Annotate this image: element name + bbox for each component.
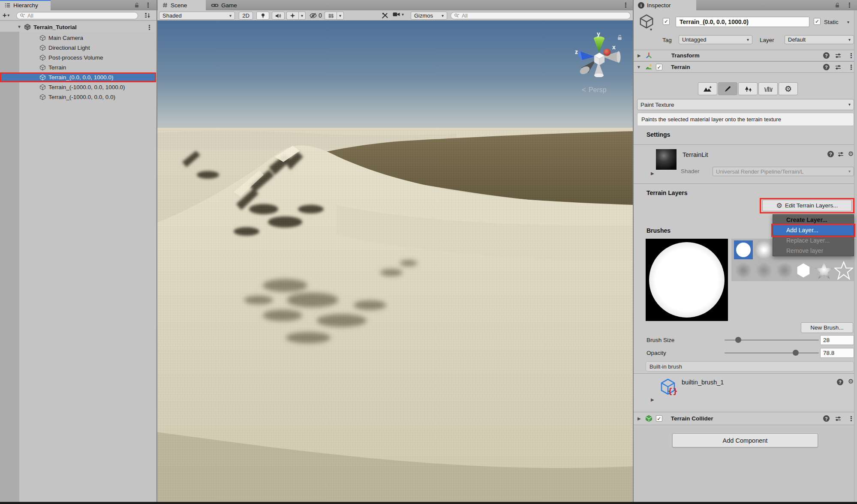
terrain-tool-paint-button-selected[interactable] (718, 82, 737, 95)
projection-mode-toggle[interactable]: < Persp (582, 86, 607, 94)
tag-dropdown[interactable]: Untagged ▾ (679, 35, 752, 44)
hierarchy-menu-icon[interactable]: ⋮ (145, 2, 151, 8)
brush-size-slider-handle[interactable] (735, 337, 741, 343)
hierarchy-lock-icon[interactable] (134, 2, 140, 8)
opacity-slider-track[interactable] (725, 352, 819, 354)
terrain-collider-header[interactable]: ▶ ✓ Terrain Collider ? ⋮ (634, 412, 857, 425)
hierarchy-item-terrain-n1000-0-0[interactable]: Terrain_(-1000.0, 0.0, 0.0) (0, 92, 156, 102)
help-icon[interactable]: ? (823, 64, 830, 70)
new-brush-button[interactable]: New Brush... (801, 322, 853, 333)
help-icon[interactable]: ? (823, 52, 830, 59)
kebab-menu-icon[interactable]: ⋮ (848, 64, 854, 70)
hierarchy-item-terrain-n1000-0-1000[interactable]: Terrain_(-1000.0, 0.0, 1000.0) (0, 82, 156, 92)
tab-hierarchy[interactable]: Hierarchy (0, 0, 51, 10)
gear-icon[interactable]: ⚙ (848, 150, 854, 157)
gizmos-dropdown[interactable]: Gizmos ▾ (411, 12, 447, 20)
panel-divider[interactable] (156, 0, 157, 502)
sort-order-icon[interactable] (144, 12, 151, 19)
foldout-closed-icon[interactable]: ▶ (637, 54, 641, 58)
brush-asset-icon[interactable] (659, 378, 677, 396)
hierarchy-search-input[interactable]: All (16, 12, 138, 19)
brush-scope-bar[interactable]: Built-in brush (646, 361, 854, 372)
inspector-scrollbar[interactable] (854, 10, 857, 502)
tab-inspector[interactable]: i Inspector (634, 0, 696, 10)
edit-terrain-layers-button[interactable]: ⚙ Edit Terrain Layers... (762, 200, 852, 211)
tab-game[interactable]: Game (207, 0, 246, 10)
brush-tile-soft[interactable] (755, 240, 773, 259)
gizmo-axis-x[interactable] (604, 49, 611, 56)
help-icon[interactable]: ? (827, 151, 834, 157)
scene-effects-toggle[interactable] (286, 12, 298, 20)
brush-tile-selected[interactable] (734, 240, 753, 259)
brush-tile-star-outline[interactable] (834, 261, 853, 280)
material-foldout-closed-icon[interactable]: ▶ (651, 171, 654, 176)
gizmo-axis-z[interactable] (580, 51, 594, 60)
scene-viewport[interactable]: y x z < Persp (156, 21, 634, 502)
scene-camera-settings[interactable]: ▾ (393, 12, 404, 17)
static-flags-chevron-icon[interactable]: ▾ (847, 20, 849, 24)
terrain-tool-settings-button[interactable]: ⚙ (779, 82, 798, 95)
scene-audio-toggle[interactable] (272, 12, 285, 20)
foldout-open-icon[interactable]: ▼ (17, 25, 21, 29)
presets-icon[interactable] (835, 53, 841, 58)
opacity-value-field[interactable]: 78.8 (820, 348, 854, 358)
scene-orientation-gizmo[interactable]: y x z (574, 26, 626, 77)
brush-tile-hexagon[interactable] (794, 261, 813, 280)
terrain-component-header[interactable]: ▼ ✓ Terrain ? ⋮ (634, 61, 857, 73)
inspector-menu-icon[interactable]: ⋮ (846, 2, 853, 8)
gear-icon[interactable]: ⚙ (848, 378, 854, 384)
tab-scene[interactable]: Scene (158, 0, 206, 10)
help-icon[interactable]: ? (823, 415, 830, 422)
brush-asset-foldout-closed-icon[interactable]: ▶ (651, 398, 654, 402)
material-preview-sphere[interactable] (656, 149, 677, 170)
transform-component-header[interactable]: ▶ Transform ? ⋮ (634, 50, 857, 61)
shading-mode-dropdown[interactable]: Shaded ▾ (159, 12, 235, 20)
scene-visibility-toggle[interactable]: 0 (310, 12, 322, 19)
icon-picker-chevron-icon[interactable]: ▾ (650, 27, 652, 32)
brush-tile-noise[interactable] (755, 261, 773, 280)
hierarchy-item-main-camera[interactable]: Main Camera (0, 33, 156, 43)
terrain-enabled-checkbox[interactable]: ✓ (656, 64, 662, 70)
paint-tool-dropdown[interactable]: Paint Texture ▾ (637, 99, 854, 110)
menu-item-create-layer[interactable]: Create Layer... (773, 215, 854, 225)
hierarchy-item-terrain[interactable]: Terrain (0, 63, 156, 72)
scene-row-menu-icon[interactable]: ⋮ (146, 24, 153, 30)
scene-lighting-toggle[interactable] (256, 12, 269, 20)
foldout-closed-icon[interactable]: ▶ (637, 417, 641, 421)
help-icon[interactable]: ? (837, 379, 843, 385)
grid-settings-dropdown[interactable]: ▾ (337, 12, 344, 20)
menu-item-add-layer[interactable]: Add Layer... (773, 225, 854, 235)
presets-icon[interactable] (835, 416, 841, 421)
toggle-2d-button[interactable]: 2D (239, 12, 253, 20)
presets-icon[interactable] (835, 65, 841, 70)
panel-divider[interactable] (633, 0, 634, 502)
active-checkbox[interactable]: ✓ (663, 18, 670, 25)
kebab-menu-icon[interactable]: ⋮ (848, 415, 854, 422)
hierarchy-item-directional-light[interactable]: Directional Light (0, 43, 156, 53)
gizmo-lock-icon[interactable] (616, 34, 623, 41)
static-checkbox[interactable]: ✓ (814, 18, 821, 25)
collider-enabled-checkbox[interactable]: ✓ (656, 415, 662, 422)
editor-tools-icon[interactable] (382, 12, 388, 19)
layer-dropdown[interactable]: Default ▾ (785, 35, 854, 44)
opacity-slider-handle[interactable] (793, 350, 799, 356)
hierarchy-item-terrain-0-0-1000-selected[interactable]: Terrain_(0.0, 0.0, 1000.0) (0, 72, 156, 82)
create-object-button[interactable]: + ▾ (3, 12, 9, 19)
kebab-menu-icon[interactable]: ⋮ (848, 52, 854, 59)
scene-panel-menu-icon[interactable]: ⋮ (622, 2, 629, 8)
scene-search-input[interactable]: All (451, 12, 631, 19)
hierarchy-item-post-process-volume[interactable]: Post-process Volume (0, 53, 156, 63)
add-component-button[interactable]: Add Component (672, 433, 818, 447)
scene-effects-dropdown[interactable]: ▾ (298, 12, 306, 20)
hierarchy-scene-row[interactable]: ▼ Terrain_Tutorial (0, 22, 156, 32)
presets-icon[interactable] (838, 152, 844, 157)
brush-tile-noise[interactable] (775, 261, 794, 280)
foldout-open-icon[interactable]: ▼ (637, 65, 641, 69)
terrain-tool-sculpt-button[interactable] (698, 82, 717, 95)
inspector-lock-icon[interactable] (834, 2, 840, 8)
gameobject-name-field[interactable]: Terrain_(0.0, 0.0, 1000.0) (676, 17, 809, 27)
brush-size-value-field[interactable]: 28 (820, 335, 854, 345)
brush-tile-noise[interactable] (734, 261, 753, 280)
grid-visibility-toggle[interactable] (325, 12, 337, 20)
terrain-tool-details-button[interactable] (758, 82, 778, 95)
